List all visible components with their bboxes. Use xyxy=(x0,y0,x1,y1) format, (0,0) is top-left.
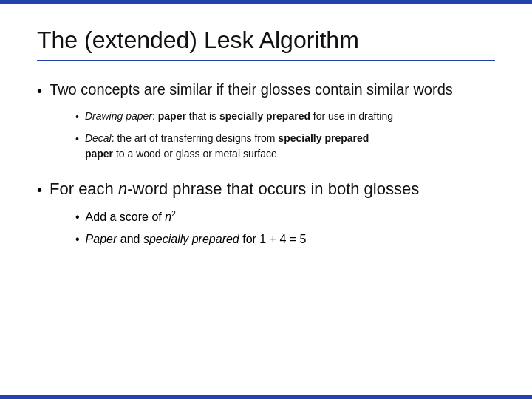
slide-title: The (extended) Lesk Algorithm xyxy=(37,27,495,54)
slide-content: The (extended) Lesk Algorithm • Two conc… xyxy=(0,4,532,282)
add-score-text: Add a score of xyxy=(86,211,166,223)
sub-bullet-1-1-text: Drawing paper: paper that is specially p… xyxy=(85,109,393,124)
sub-sub-bullet-2-2-text: Paper and specially prepared for 1 + 4 =… xyxy=(86,231,307,248)
colon-2: : the art of transferring designs from xyxy=(112,132,279,144)
specially-prepared-bold-1: specially prepared xyxy=(219,110,310,122)
top-border xyxy=(0,0,532,4)
sub-bullet-dot-1-1: • xyxy=(75,109,79,125)
paper-italic: Paper xyxy=(86,233,117,245)
sub-bullet-1-1: • Drawing paper: paper that is specially… xyxy=(75,109,495,125)
for-1-4-5: for 1 + 4 = 5 xyxy=(239,233,307,245)
for-use: for use in drafting xyxy=(310,110,393,122)
sub-sub-bullet-2-2: • Paper and specially prepared for 1 + 4… xyxy=(75,231,495,248)
sub-bullet-1-2: • Decal: the art of transferring designs… xyxy=(75,131,495,162)
bottom-border xyxy=(0,395,532,399)
sub-bullet-dot-1-2: • xyxy=(75,132,79,147)
specially-prepared-italic: specially prepared xyxy=(143,233,239,245)
sub-sub-dot-2-1: • xyxy=(75,208,80,226)
sub-sub-bullet-2-1: • Add a score of n2 xyxy=(75,208,495,226)
word-phrase-text: -word phrase that occurs in both glosses xyxy=(127,180,419,198)
n-italic: n xyxy=(118,180,127,198)
sub-bullets-1: • Drawing paper: paper that is specially… xyxy=(75,109,495,162)
decal-italic: Decal xyxy=(85,132,112,144)
section-2: • For each n-word phrase that occurs in … xyxy=(37,178,495,248)
for-each-text: For each xyxy=(50,180,118,198)
section-1: • Two concepts are similar if their glos… xyxy=(37,79,495,162)
and-text: and xyxy=(117,233,143,245)
to-wood: to a wood or glass or metal surface xyxy=(113,148,277,160)
title-divider xyxy=(37,60,495,61)
sub-sub-dot-2-2: • xyxy=(75,231,80,248)
superscript-2: 2 xyxy=(171,210,176,218)
main-bullet-1: • Two concepts are similar if their glos… xyxy=(37,79,495,101)
main-bullet-2: • For each n-word phrase that occurs in … xyxy=(37,178,495,201)
sub-bullet-1-2-text: Decal: the art of transferring designs f… xyxy=(85,131,369,162)
main-bullet-1-text: Two concepts are similar if their glosse… xyxy=(50,79,453,100)
paper-bold: paper xyxy=(158,110,186,122)
n2-italic: n xyxy=(165,211,171,223)
sub-sub-bullets-2: • Add a score of n2 • Paper and speciall… xyxy=(75,208,495,248)
that-is: that is xyxy=(186,110,219,122)
bullet-dot-1: • xyxy=(37,81,42,101)
drawing-paper-italic: Drawing paper xyxy=(85,110,152,122)
colon-1: : xyxy=(152,110,158,122)
sub-sub-bullet-2-1-text: Add a score of n2 xyxy=(86,208,176,226)
main-bullet-2-text: For each n-word phrase that occurs in bo… xyxy=(50,178,419,201)
bullet-dot-2: • xyxy=(37,180,42,200)
